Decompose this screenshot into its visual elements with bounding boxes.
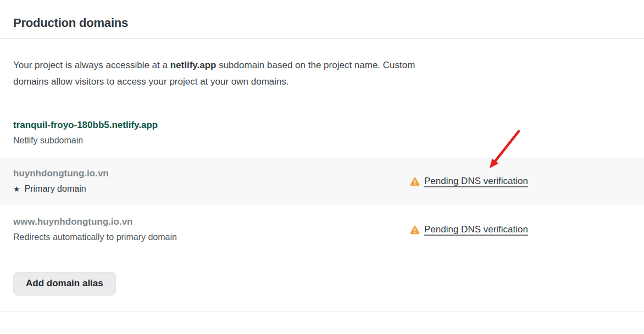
www-domain-name: www.huynhdongtung.io.vn — [13, 215, 410, 229]
domain-subtitle: Netlify subdomain — [13, 133, 410, 148]
intro-paragraph: Your project is always accessible at a n… — [13, 57, 631, 90]
netlify-app-bold: netlify.app — [170, 60, 216, 70]
netlify-subdomain-link[interactable]: tranquil-froyo-180bb5.netlify.app — [13, 118, 410, 132]
primary-domain-status: Pending DNS verification — [410, 176, 528, 187]
add-domain-alias-button[interactable]: Add domain alias — [13, 272, 116, 296]
domain-list: tranquil-froyo-180bb5.netlify.app Netlif… — [0, 109, 644, 254]
domain-row-primary: huynhdongtung.io.vn ★ Primary domain Pen… — [0, 157, 644, 205]
domain-row-netlify-subdomain: tranquil-froyo-180bb5.netlify.app Netlif… — [0, 109, 644, 157]
www-domain-status: Pending DNS verification — [410, 224, 528, 235]
pending-dns-verification-link[interactable]: Pending DNS verification — [424, 176, 528, 187]
page-title: Production domains — [0, 0, 644, 31]
warning-icon — [410, 225, 420, 235]
intro-line-1: Your project is always accessible at a n… — [13, 57, 631, 74]
primary-domain-name: huynhdongtung.io.vn — [13, 166, 410, 180]
primary-domain-subtitle: ★ Primary domain — [13, 182, 410, 196]
domain-row-www-redirect: www.huynhdongtung.io.vn Redirects automa… — [0, 205, 644, 254]
production-domains-panel: Production domains Your project is alway… — [0, 0, 644, 334]
warning-icon — [410, 177, 420, 186]
primary-domain-label: Primary domain — [25, 182, 86, 196]
title-divider — [0, 38, 644, 39]
section-bottom-divider — [0, 311, 644, 312]
pending-dns-verification-link[interactable]: Pending DNS verification — [424, 224, 528, 235]
intro-line-2: domains allow visitors to access your pr… — [13, 74, 631, 90]
star-icon: ★ — [13, 185, 20, 193]
www-domain-subtitle: Redirects automatically to primary domai… — [13, 230, 410, 244]
